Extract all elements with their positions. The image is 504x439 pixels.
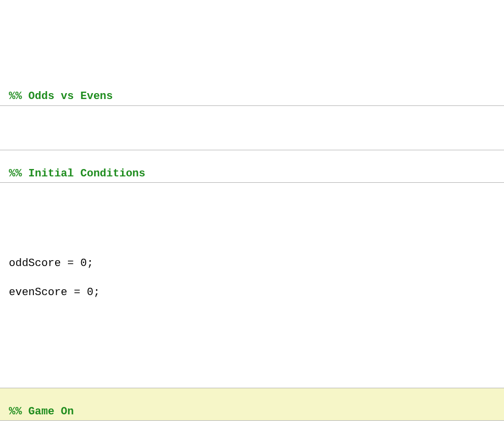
code-line: evenScore = 0; xyxy=(9,285,504,300)
code-block-initial[interactable]: oddScore = 0; evenScore = 0; xyxy=(0,212,504,344)
code-line: oddScore = 0; xyxy=(9,256,504,271)
blank-line xyxy=(9,314,504,329)
cell-header-2[interactable]: %% Initial Conditions xyxy=(0,150,504,183)
blank-line xyxy=(9,227,504,241)
cell-title-2: %% Initial Conditions xyxy=(9,168,145,180)
cell-title-3: %% Game On xyxy=(9,405,74,418)
cell-header-1[interactable]: %% Odds vs Evens xyxy=(0,73,504,105)
cell-header-3[interactable]: %% Game On xyxy=(0,388,504,421)
cell-title-1: %% Odds vs Evens xyxy=(9,90,113,102)
